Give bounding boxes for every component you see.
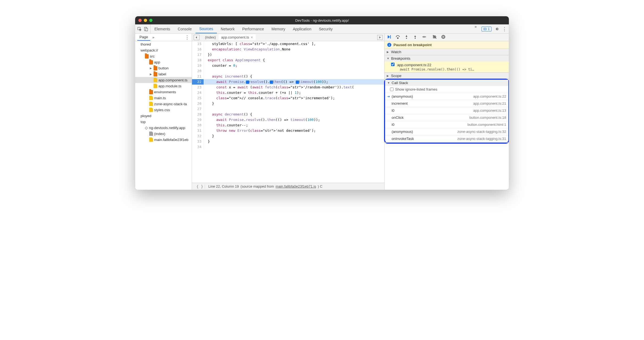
code-line[interactable]: await Promise.resolve().then(() => timeo… bbox=[204, 117, 384, 123]
show-ignore-checkbox[interactable] bbox=[390, 88, 393, 91]
inspect-element-icon[interactable] bbox=[137, 27, 142, 31]
main-tab-elements[interactable]: Elements bbox=[151, 24, 174, 33]
callstack-frame[interactable]: onClickbutton.component.ts:18 bbox=[385, 114, 508, 121]
code-editor[interactable]: 15 styleUrls: [ class="str">'./app.compo… bbox=[192, 41, 384, 183]
tree-item[interactable]: top bbox=[135, 119, 192, 125]
code-line[interactable]: encapsulation: ViewEncapsulation.None bbox=[204, 47, 384, 52]
tree-item[interactable]: (index) bbox=[135, 131, 192, 137]
issues-badge[interactable]: 1 bbox=[482, 27, 492, 31]
tree-item[interactable]: webpack:// bbox=[135, 47, 192, 53]
gutter-line[interactable]: 23 bbox=[192, 85, 204, 90]
code-line[interactable]: }) bbox=[204, 52, 384, 57]
code-line[interactable] bbox=[204, 106, 384, 112]
code-line[interactable]: this.counter--; bbox=[204, 123, 384, 128]
callstack-frame[interactable]: ➔(anonymous)app.component.ts:22 bbox=[385, 93, 508, 100]
tree-item[interactable]: ployed bbox=[135, 113, 192, 119]
step-over-icon[interactable] bbox=[395, 34, 400, 40]
callstack-frame[interactable]: incrementapp.component.ts:21 bbox=[385, 100, 508, 107]
navigator-overflow-icon[interactable]: » bbox=[152, 35, 155, 39]
tree-item[interactable]: ◇ng-devtools.netlify.app bbox=[135, 125, 192, 131]
gutter-line[interactable]: 24 bbox=[192, 90, 204, 95]
resume-icon[interactable] bbox=[387, 34, 392, 40]
code-line[interactable]: styleUrls: [ class="str">'./app.componen… bbox=[204, 41, 384, 47]
gutter-line[interactable]: 17 bbox=[192, 52, 204, 57]
show-ignore-listed-option[interactable]: Show ignore-listed frames bbox=[385, 86, 508, 93]
file-tree[interactable]: thoredwebpack://srcapp▶button▶labelapp.c… bbox=[135, 41, 192, 190]
code-line[interactable]: async increment() { bbox=[204, 74, 384, 79]
main-tab-network[interactable]: Network bbox=[217, 24, 238, 33]
breakpoint-checkbox[interactable] bbox=[391, 63, 395, 66]
navigator-tab-page[interactable]: Page bbox=[137, 34, 150, 41]
sourcemap-link[interactable]: main.fa8bfa0e23f1eb71.js bbox=[276, 184, 316, 188]
tree-item[interactable]: app.component.ts bbox=[135, 77, 192, 83]
pause-exceptions-icon[interactable] bbox=[441, 34, 446, 40]
gutter-line[interactable]: 25 bbox=[192, 95, 204, 101]
gutter-line[interactable]: 18 bbox=[192, 57, 204, 63]
code-line[interactable] bbox=[204, 68, 384, 74]
step-into-icon[interactable] bbox=[404, 34, 409, 40]
gutter-line[interactable]: 26 bbox=[192, 101, 204, 106]
step-out-icon[interactable] bbox=[413, 34, 418, 40]
tree-item[interactable]: main.ts bbox=[135, 95, 192, 101]
code-line[interactable]: const x = await (await fetch(class="str"… bbox=[204, 85, 384, 90]
callstack-frame[interactable]: i0app.component.ts:13 bbox=[385, 107, 508, 114]
watch-section-header[interactable]: ▶Watch bbox=[385, 49, 509, 55]
editor-run-snippet-icon[interactable] bbox=[377, 35, 383, 40]
main-tab-performance[interactable]: Performance bbox=[238, 24, 268, 33]
gutter-line[interactable]: 29 bbox=[192, 117, 204, 123]
tree-item[interactable]: app bbox=[135, 59, 192, 65]
gutter-line[interactable]: 34 bbox=[192, 144, 204, 150]
gutter-line[interactable]: 21 bbox=[192, 74, 204, 79]
gutter-line[interactable]: 31 bbox=[192, 128, 204, 133]
tree-item[interactable]: app.module.ts bbox=[135, 83, 192, 89]
callstack-frame[interactable]: onInvokeTaskzone-async-stack-tagging.ts:… bbox=[385, 135, 508, 142]
code-line[interactable] bbox=[204, 144, 384, 150]
editor-nav-back-icon[interactable] bbox=[194, 35, 200, 40]
callstack-frame[interactable]: (anonymous)zone-async-stack-tagging.ts:3… bbox=[385, 128, 508, 135]
navigator-more-icon[interactable]: ⋮ bbox=[185, 34, 190, 40]
editor-tab[interactable]: app.component.ts× bbox=[219, 34, 256, 40]
overflow-tabs-icon[interactable]: » bbox=[472, 24, 480, 33]
step-icon[interactable] bbox=[421, 34, 426, 40]
gutter-line[interactable]: 30 bbox=[192, 123, 204, 128]
code-line[interactable]: } bbox=[204, 101, 384, 106]
editor-tab[interactable]: (index) bbox=[202, 34, 219, 40]
breakpoint-item[interactable]: app.component.ts:22 await Promise.resolv… bbox=[385, 62, 509, 72]
tree-item[interactable]: ▶label bbox=[135, 71, 192, 77]
kebab-menu-icon[interactable]: ⋮ bbox=[502, 27, 507, 31]
settings-gear-icon[interactable] bbox=[495, 27, 499, 31]
gutter-line[interactable]: 32 bbox=[192, 133, 204, 139]
main-tab-application[interactable]: Application bbox=[289, 24, 315, 33]
tree-item[interactable]: styles.css bbox=[135, 107, 192, 113]
tree-item[interactable]: main.fa8bfa0e23f1eb bbox=[135, 137, 192, 143]
gutter-line[interactable]: 28 bbox=[192, 112, 204, 117]
gutter-line[interactable]: 20 bbox=[192, 68, 204, 74]
tree-item[interactable]: ▶button bbox=[135, 65, 192, 71]
code-line[interactable]: class="com">// console.trace(class="str"… bbox=[204, 95, 384, 101]
code-line[interactable]: } bbox=[204, 133, 384, 139]
code-line[interactable]: counter = 0; bbox=[204, 63, 384, 68]
tree-item[interactable]: environments bbox=[135, 89, 192, 95]
gutter-line[interactable]: 19 bbox=[192, 63, 204, 68]
main-tab-console[interactable]: Console bbox=[174, 24, 195, 33]
gutter-line[interactable]: 27 bbox=[192, 106, 204, 112]
code-line[interactable]: this.counter = this.counter + (+x || 1); bbox=[204, 90, 384, 95]
code-line[interactable]: export class AppComponent { bbox=[204, 57, 384, 63]
code-line[interactable]: await Promise.resolve().then(() => timeo… bbox=[204, 79, 384, 85]
close-tab-icon[interactable]: × bbox=[251, 35, 253, 39]
tree-item[interactable]: src bbox=[135, 53, 192, 59]
main-tab-sources[interactable]: Sources bbox=[196, 24, 217, 33]
breakpoints-section-header[interactable]: ▼Breakpoints bbox=[385, 55, 509, 62]
callstack-section-header[interactable]: ▼Call Stack bbox=[385, 80, 508, 86]
scope-section-header[interactable]: ▶Scope bbox=[385, 73, 509, 79]
pretty-print-icon[interactable]: { } bbox=[195, 184, 205, 189]
code-line[interactable]: } bbox=[204, 139, 384, 144]
gutter-line[interactable]: 33 bbox=[192, 139, 204, 144]
gutter-line[interactable]: 16 bbox=[192, 47, 204, 52]
callstack-frame[interactable]: i0button.component.html:1 bbox=[385, 121, 508, 128]
code-line[interactable]: throw new Error(class="str">'not decreme… bbox=[204, 128, 384, 133]
main-tab-security[interactable]: Security bbox=[315, 24, 337, 33]
code-line[interactable]: async decrement() { bbox=[204, 112, 384, 117]
tree-item[interactable]: thored bbox=[135, 41, 192, 47]
main-tab-memory[interactable]: Memory bbox=[268, 24, 289, 33]
